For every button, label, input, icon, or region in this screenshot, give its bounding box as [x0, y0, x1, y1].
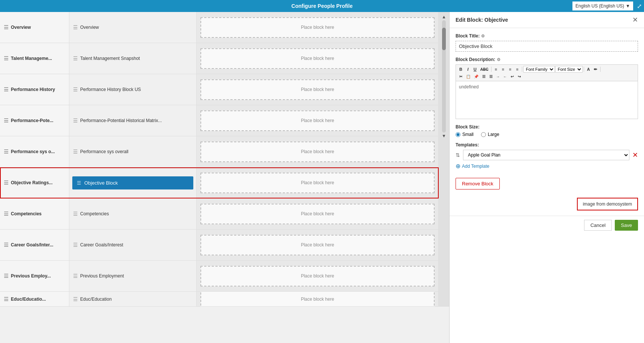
row-col3-competencies[interactable]: Place block here [197, 198, 439, 229]
info-icon-desc[interactable]: ⚙ [497, 57, 501, 62]
font-color-button[interactable]: A [585, 66, 592, 73]
drag-icon[interactable]: ☰ [73, 24, 78, 30]
bottom-actions: Cancel Save [450, 216, 644, 234]
drag-icon[interactable]: ☰ [73, 242, 78, 248]
drag-icon[interactable]: ☰ [73, 55, 78, 61]
row-col3-edu[interactable]: Place block here [197, 292, 439, 306]
drag-icon[interactable]: ☰ [4, 296, 9, 302]
copy-button[interactable]: 📋 [465, 73, 472, 80]
row-col3-perf-pote[interactable]: Place block here [197, 105, 439, 136]
language-label: English US (English US) [575, 3, 624, 9]
place-block-placeholder[interactable]: Place block here [200, 142, 435, 162]
info-icon[interactable]: ⚙ [481, 34, 485, 39]
drag-icon[interactable]: ☰ [4, 273, 9, 279]
table-row: ☰ Competencies ☰ Competencies Place bloc… [0, 198, 439, 230]
ordered-list-button[interactable]: ☰ [487, 73, 494, 80]
block-title-input[interactable] [456, 41, 638, 52]
rich-text-editor: B I U ABC ≡ ≡ ≡ ≡ Font Family [456, 64, 638, 119]
row-col2-obj-ratings[interactable]: ☰ Objective Block [69, 167, 197, 198]
scroll-thumb[interactable] [442, 28, 446, 50]
table-row: ☰ Performance sys o... ☰ Performance sys… [0, 136, 439, 167]
radio-large[interactable]: Large [481, 132, 499, 137]
expand-icon[interactable]: ⤢ [635, 1, 644, 11]
close-button[interactable]: ✕ [632, 16, 638, 23]
paste-button[interactable]: 📌 [472, 73, 480, 80]
drag-icon[interactable]: ☰ [73, 118, 78, 124]
remove-block-button[interactable]: Remove Block [456, 178, 500, 189]
bold-button[interactable]: B [457, 66, 464, 73]
row-col3-obj-ratings[interactable]: Place block here [197, 167, 439, 198]
save-button[interactable]: Save [615, 220, 638, 231]
place-block-placeholder[interactable]: Place block here [200, 292, 435, 307]
font-family-select[interactable]: Font Family [523, 66, 555, 73]
add-template-row[interactable]: ⊕ Add Template [456, 163, 638, 170]
place-block-placeholder[interactable]: Place block here [200, 48, 435, 69]
align-right-button[interactable]: ≡ [507, 66, 514, 73]
row-col3-prev-employ[interactable]: Place block here [197, 261, 439, 291]
remove-template-button[interactable]: ✕ [632, 152, 638, 158]
drag-icon[interactable]: ☰ [4, 180, 9, 186]
drag-icon[interactable]: ☰ [73, 86, 78, 92]
font-size-select[interactable]: Font Size [555, 66, 583, 73]
drag-icon[interactable]: ☰ [4, 55, 9, 61]
place-block-placeholder[interactable]: Place block here [200, 173, 435, 193]
radio-small[interactable]: Small [456, 132, 474, 137]
drag-icon[interactable]: ☰ [4, 211, 9, 217]
place-block-placeholder[interactable]: Place block here [200, 266, 435, 286]
scroll-track [442, 20, 446, 133]
place-block-placeholder[interactable]: Place block here [200, 204, 435, 224]
drag-icon[interactable]: ☰ [73, 273, 78, 279]
block-size-radio-group: Small Large [456, 132, 638, 137]
add-template-label: Add Template [462, 164, 489, 169]
drag-icon[interactable]: ☰ [4, 86, 9, 92]
scroll-down-button[interactable]: ▼ [441, 133, 447, 139]
redo-button[interactable]: ↪ [516, 73, 523, 80]
row-col3-career[interactable]: Place block here [197, 230, 439, 260]
sort-icon[interactable]: ⇅ [456, 152, 460, 158]
radio-small-input[interactable] [456, 132, 460, 137]
place-block-placeholder[interactable]: Place block here [200, 235, 435, 255]
highlight-button[interactable]: ✏ [592, 66, 599, 73]
drag-icon[interactable]: ☰ [73, 149, 78, 155]
app-container: Configure People Profile English US (Eng… [0, 0, 644, 343]
objective-block-label: Objective Block [84, 180, 118, 186]
right-panel-header: Edit Block: Objective ✕ [450, 12, 644, 28]
drag-icon[interactable]: ☰ [4, 242, 9, 248]
radio-large-input[interactable] [481, 132, 486, 137]
rich-text-area[interactable]: undefined [456, 81, 638, 119]
row-col2-perf-history: ☰ Performance History Block US [69, 74, 197, 105]
chevron-down-icon: ▼ [626, 3, 630, 9]
drag-icon[interactable]: ☰ [73, 296, 78, 302]
drag-icon[interactable]: ☰ [73, 211, 78, 217]
drag-icon[interactable]: ☰ [4, 24, 9, 30]
table-row: ☰ Talent Manageme... ☰ Talent Management… [0, 43, 439, 74]
unordered-list-button[interactable]: ☰ [480, 73, 487, 80]
row-col3-overview[interactable]: Place block here [197, 12, 439, 43]
scroll-up-button[interactable]: ▲ [441, 13, 447, 20]
place-block-placeholder[interactable]: Place block here [200, 17, 435, 38]
drag-icon[interactable]: ☰ [4, 118, 9, 124]
underline-button[interactable]: U [472, 66, 478, 73]
language-dropdown[interactable]: English US (English US) ▼ [572, 1, 633, 10]
block-desc-label: Block Description: ⚙ [456, 57, 638, 62]
undo-button[interactable]: ↩ [509, 73, 515, 80]
italic-button[interactable]: I [465, 66, 471, 73]
strikethrough-button[interactable]: ABC [479, 66, 490, 73]
place-block-placeholder[interactable]: Place block here [200, 79, 435, 100]
align-center-button[interactable]: ≡ [500, 66, 507, 73]
objective-block-selected[interactable]: ☰ Objective Block [72, 176, 193, 189]
cut-button[interactable]: ✂ [457, 73, 464, 80]
align-left-button[interactable]: ≡ [493, 66, 499, 73]
radio-small-label: Small [462, 132, 474, 137]
row-col3-talent[interactable]: Place block here [197, 43, 439, 74]
row-col3-perf-sys[interactable]: Place block here [197, 136, 439, 167]
align-justify-button[interactable]: ≡ [514, 66, 521, 73]
row-col2-overview: ☰ Overview [69, 12, 197, 43]
outdent-button[interactable]: ← [502, 73, 508, 80]
indent-button[interactable]: → [495, 73, 501, 80]
drag-icon[interactable]: ☰ [4, 149, 9, 155]
place-block-placeholder[interactable]: Place block here [200, 110, 435, 131]
template-select[interactable]: Apple Goal Plan [463, 150, 629, 160]
row-col3-perf-history[interactable]: Place block here [197, 74, 439, 105]
cancel-button[interactable]: Cancel [584, 220, 612, 231]
